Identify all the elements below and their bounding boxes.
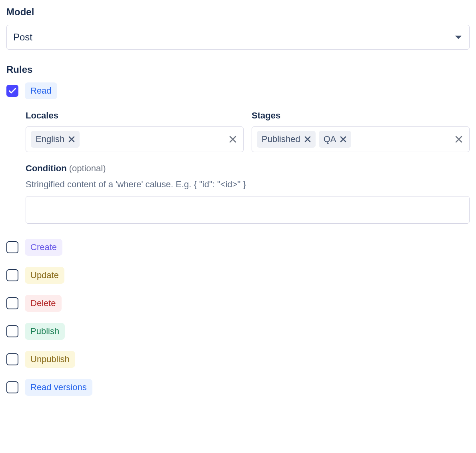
stage-tag-label: Published	[262, 134, 300, 144]
stage-tag-label: QA	[324, 134, 336, 144]
condition-optional: (optional)	[69, 163, 106, 173]
rule-badge-update: Update	[25, 267, 64, 284]
clear-locales-icon[interactable]	[227, 134, 238, 145]
rule-badge-readversions: Read versions	[25, 379, 92, 396]
model-selected-value: Post	[13, 32, 32, 43]
rule-badge-delete: Delete	[25, 295, 62, 312]
checkbox-delete[interactable]	[6, 297, 18, 309]
rule-row-create: Create	[6, 239, 470, 256]
rule-row-update: Update	[6, 267, 470, 284]
rule-row-unpublish: Unpublish	[6, 351, 470, 368]
close-icon[interactable]	[304, 136, 311, 142]
rule-badge-read: Read	[25, 82, 57, 99]
locales-label: Locales	[26, 110, 244, 121]
checkbox-create[interactable]	[6, 241, 18, 253]
stage-tag-qa: QA	[319, 131, 352, 148]
rule-row-delete: Delete	[6, 295, 470, 312]
condition-helper: Stringified content of a 'where' caluse.…	[26, 179, 470, 190]
rule-row-readversions: Read versions	[6, 379, 470, 396]
close-icon[interactable]	[68, 136, 75, 142]
rule-row-read: Read	[6, 82, 470, 99]
rule-badge-create: Create	[25, 239, 62, 256]
rules-label: Rules	[6, 64, 470, 75]
locale-tag-english: English	[31, 131, 80, 148]
condition-label: Condition (optional)	[26, 163, 470, 174]
stages-label: Stages	[252, 110, 470, 121]
rule-row-publish: Publish	[6, 323, 470, 340]
locales-input[interactable]: English	[26, 126, 244, 152]
checkbox-read[interactable]	[6, 85, 18, 97]
condition-input[interactable]	[26, 196, 470, 224]
stages-input[interactable]: Published QA	[252, 126, 470, 152]
model-label: Model	[6, 6, 470, 18]
checkbox-readversions[interactable]	[6, 381, 18, 393]
stage-tag-published: Published	[257, 131, 316, 148]
model-select[interactable]: Post	[6, 25, 470, 50]
rule-badge-unpublish: Unpublish	[25, 351, 75, 368]
clear-stages-icon[interactable]	[453, 134, 464, 145]
checkbox-publish[interactable]	[6, 325, 18, 337]
locale-tag-label: English	[36, 134, 64, 144]
checkbox-unpublish[interactable]	[6, 353, 18, 365]
rule-badge-publish: Publish	[25, 323, 65, 340]
close-icon[interactable]	[340, 136, 346, 142]
checkbox-update[interactable]	[6, 269, 18, 281]
